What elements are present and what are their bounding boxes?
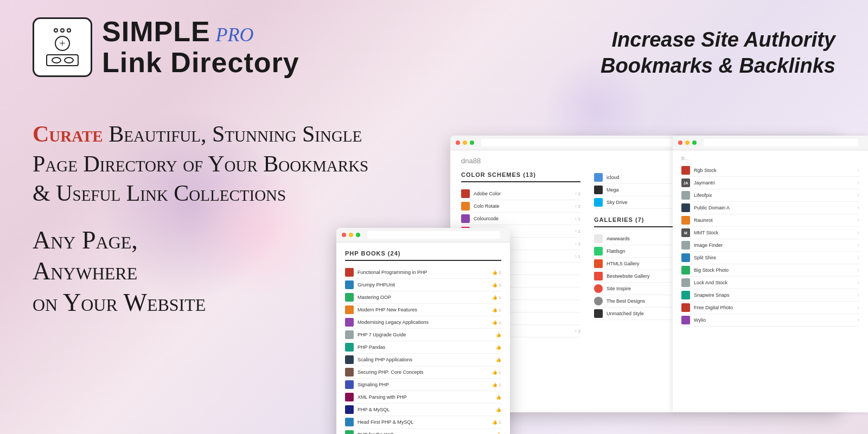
list-item: Modernising Legacy Applications👍 1 (345, 316, 501, 329)
list-item-text: Lifeofpix (694, 193, 853, 198)
list-item-icon (345, 355, 354, 364)
dot-1 (54, 28, 58, 33)
window-dot-green (470, 141, 474, 145)
list-item: Snapwire Snaps↑ (681, 289, 859, 302)
list-item-text: Modern PHP New Features (358, 307, 488, 312)
list-item-text: Signaling PHP (358, 382, 488, 387)
list-item-badge: 👍 (496, 358, 501, 362)
list-item-text: Scaling PHP Applications (358, 357, 492, 362)
list-item-text: Free Digital Photo (694, 305, 853, 310)
list-item-icon (681, 191, 690, 200)
list-item: Rgb Stock↑ (681, 164, 859, 177)
right-panel-list: B...Rgb Stock↑JAJaymantri↑Lifeofpix↑Publ… (681, 156, 859, 327)
color-schemes-title: COLOR SCHEMES (13) (461, 171, 580, 178)
list-item-badge: 👍 (496, 432, 501, 435)
list-item-text: Securing PHP: Core Concepts (358, 369, 488, 375)
list-item-icon (461, 202, 470, 210)
directory-label: Link Directory (102, 47, 299, 78)
right-panel-header (673, 136, 868, 150)
list-item-icon (681, 266, 690, 275)
front-title-bar (367, 231, 500, 239)
list-item-text: Rgb Stock (694, 168, 853, 173)
main-content: Curate Beautiful, Stunning Single Page D… (33, 119, 369, 318)
list-item-badge: 👍 1 (492, 382, 501, 387)
mockups-container: dna88 COLOR SCHEMES (13) Adobe Color↑ 2C… (326, 136, 868, 434)
list-item-badge: 👍 (496, 395, 501, 400)
list-item: Raumrot↑ (681, 214, 859, 227)
list-item-badge: ↑ (857, 193, 859, 198)
list-item-text: Split Shire (694, 255, 853, 260)
list-item-text: Head First PHP & MySQL (358, 419, 488, 425)
right-dot-red (678, 141, 682, 145)
right-dot-green (692, 141, 697, 145)
list-item: PHP for the Web👍 (345, 429, 501, 434)
link-oval-left (52, 57, 61, 63)
right-title-bar (704, 139, 858, 146)
list-item: XML Parsing with PHP👍 (345, 391, 501, 404)
list-item: Scaling PHP Applications👍 (345, 354, 501, 366)
window-dot-red (456, 141, 460, 145)
list-item-text: XML Parsing with PHP (358, 394, 492, 400)
list-item-badge: ↑ 1 (575, 216, 580, 221)
list-item-text: MMT Stock (694, 230, 853, 235)
list-item-badge: 👍 (496, 407, 501, 412)
list-item-icon (594, 259, 603, 268)
list-item: Wylio↑ (681, 314, 859, 327)
list-item: Lifeofpix↑ (681, 189, 859, 202)
list-item-badge: ↑ 2 (575, 204, 580, 209)
list-item-icon (594, 247, 603, 256)
list-item-badge: ↑ (857, 305, 859, 310)
list-item-icon (594, 234, 603, 243)
list-item-icon (594, 284, 603, 293)
list-item-badge: ↑ (857, 206, 859, 210)
subheadline-line3: on Your Website (33, 289, 206, 316)
curate-word: Curate (33, 122, 103, 146)
list-item-badge: 👍 (496, 333, 501, 337)
subheadline-line1: Any Page, (33, 226, 138, 254)
right-dot-yellow (685, 141, 690, 145)
list-item: PHP Pandas👍 (345, 341, 501, 354)
list-item-badge: ↑ (857, 268, 859, 273)
list-item-text: PHP Pandas (358, 344, 492, 350)
list-item-icon (345, 430, 354, 434)
list-item-icon (594, 309, 603, 318)
list-item-text: Big Stock Photo (694, 267, 853, 273)
list-item-icon (345, 393, 354, 401)
list-item-text: Raumrot (694, 218, 853, 223)
headline: Curate Beautiful, Stunning Single Page D… (33, 119, 369, 208)
list-item-badge: ↑ (857, 243, 859, 248)
list-item-icon: JA (681, 178, 690, 187)
list-item-badge: 👍 1 (492, 270, 501, 275)
list-item-icon (345, 380, 354, 389)
list-item-icon (594, 173, 603, 182)
list-item-badge: ↑ 2 (575, 329, 580, 334)
list-item-text: Colourcode (474, 216, 571, 221)
list-item-text: PHP & MySQL (358, 407, 492, 412)
list-item-text: Public Domain A (694, 205, 853, 210)
mockup-right-panel: B...Rgb Stock↑JAJaymantri↑Lifeofpix↑Publ… (673, 136, 868, 412)
list-item: Signaling PHP👍 1 (345, 379, 501, 391)
list-item-badge: ↑ (857, 293, 859, 298)
list-item-icon (594, 272, 603, 280)
list-item: MMMT Stock↑ (681, 227, 859, 239)
list-item-badge: ↑ 2 (575, 192, 580, 196)
list-item-text: PHP 7 Upgrade Guide (358, 332, 492, 337)
list-item-badge: ↑ 1 (575, 229, 580, 234)
list-item: Public Domain A↑ (681, 202, 859, 214)
list-item-icon (345, 330, 354, 339)
list-item: Image Finder↑ (681, 239, 859, 252)
list-item: Head First PHP & MySQL👍 1 (345, 416, 501, 429)
list-item-badge: ↑ (857, 218, 859, 223)
list-item-text: Wylio (694, 317, 853, 323)
list-item-text: Grumpy PHPUnit (358, 282, 488, 288)
list-item-icon: M (681, 228, 690, 237)
list-item-icon (681, 166, 690, 175)
list-item-icon (681, 303, 690, 312)
list-item-text: Image Finder (694, 242, 853, 248)
list-item-text: Snapwire Snaps (694, 292, 853, 298)
list-item-icon (345, 405, 354, 414)
list-item-icon (461, 189, 470, 198)
window-dot-yellow (463, 141, 467, 145)
list-item-icon (681, 316, 690, 324)
list-item-badge: 👍 1 (492, 420, 501, 425)
